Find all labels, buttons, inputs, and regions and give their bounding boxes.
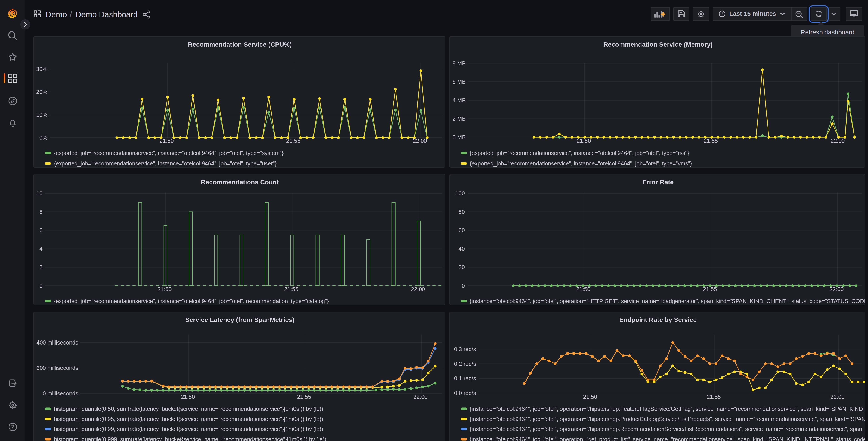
svg-text:Recommendations Count: Recommendations Count [201,178,279,186]
svg-text:21:50: 21:50 [157,286,172,292]
svg-text:{exported_job="recommendations: {exported_job="recommendationservice", i… [54,160,277,167]
svg-text:0 milliseconds: 0 milliseconds [43,390,78,396]
svg-text:10%: 10% [36,112,48,118]
svg-text:0: 0 [39,283,42,289]
svg-text:0%: 0% [39,135,48,141]
svg-text:400 milliseconds: 400 milliseconds [36,340,78,346]
svg-text:20%: 20% [36,89,48,95]
svg-text:{instance="otelcol:9464", job=: {instance="otelcol:9464", job="otel", op… [470,426,865,432]
svg-text:0: 0 [462,283,465,289]
svg-text:22:00: 22:00 [831,138,845,144]
svg-text:histogram_quantile(0.95, sum(r: histogram_quantile(0.95, sum(rate(latenc… [54,416,323,422]
svg-text:21:50: 21:50 [583,394,597,400]
svg-text:4: 4 [39,246,42,252]
svg-text:{instance="otelcol:9464", job=: {instance="otelcol:9464", job="otel", op… [470,436,865,441]
svg-text:6 MB: 6 MB [453,79,466,85]
svg-text:200 milliseconds: 200 milliseconds [36,365,78,371]
svg-text:22:00: 22:00 [413,394,428,400]
svg-text:Recommendation Service (CPU%): Recommendation Service (CPU%) [188,41,292,48]
svg-text:21:55: 21:55 [704,138,718,144]
svg-text:0 MB: 0 MB [453,134,466,140]
svg-text:{exported_job="recommendations: {exported_job="recommendationservice", i… [470,160,692,167]
svg-text:Service Latency (from SpanMetr: Service Latency (from SpanMetrics) [185,316,294,323]
svg-text:histogram_quantile(0.999, sum(: histogram_quantile(0.999, sum(rate(laten… [54,436,326,441]
svg-text:{exported_job="recommendations: {exported_job="recommendationservice", i… [54,150,284,156]
svg-text:80: 80 [459,209,465,215]
svg-text:2 MB: 2 MB [453,115,466,122]
svg-text:0.2 req/s: 0.2 req/s [454,361,476,367]
svg-text:21:55: 21:55 [284,286,299,292]
svg-text:Error Rate: Error Rate [642,178,674,186]
svg-text:8 MB: 8 MB [453,60,466,66]
svg-text:20: 20 [459,264,465,270]
svg-text:{instance="otelcol:9464", job=: {instance="otelcol:9464", job="otel", op… [470,298,865,304]
svg-text:histogram_quantile(0.50, sum(r: histogram_quantile(0.50, sum(rate(latenc… [54,406,323,412]
svg-text:21:50: 21:50 [577,138,591,144]
svg-text:{instance="otelcol:9464", job=: {instance="otelcol:9464", job="otel", op… [470,406,865,412]
svg-text:4 MB: 4 MB [453,97,466,104]
svg-text:60: 60 [459,227,465,233]
svg-text:2: 2 [39,264,42,270]
svg-text:21:55: 21:55 [707,394,721,400]
svg-text:{instance="otelcol:9464", job=: {instance="otelcol:9464", job="otel", op… [470,416,865,422]
svg-text:0.1 req/s: 0.1 req/s [454,375,476,381]
svg-text:21:50: 21:50 [181,394,195,400]
svg-text:histogram_quantile(0.99, sum(r: histogram_quantile(0.99, sum(rate(latenc… [54,426,323,432]
svg-text:8: 8 [39,209,42,215]
svg-text:6: 6 [39,227,42,233]
svg-text:100: 100 [455,190,465,197]
svg-text:{exported_job="recommendations: {exported_job="recommendationservice", i… [470,150,689,156]
svg-text:Endpoint Rate by Service: Endpoint Rate by Service [619,316,697,323]
svg-text:0.0 req/s: 0.0 req/s [454,390,476,396]
svg-text:30%: 30% [36,66,48,72]
svg-text:10: 10 [36,190,42,197]
svg-text:0.3 req/s: 0.3 req/s [454,346,476,352]
svg-text:Recommendation Service (Memory: Recommendation Service (Memory) [603,41,713,48]
svg-text:22:00: 22:00 [831,394,845,400]
svg-text:21:55: 21:55 [297,394,311,400]
svg-text:22:00: 22:00 [411,286,425,292]
svg-text:{exported_job="recommendations: {exported_job="recommendationservice", i… [54,298,329,304]
svg-text:40: 40 [459,246,465,252]
